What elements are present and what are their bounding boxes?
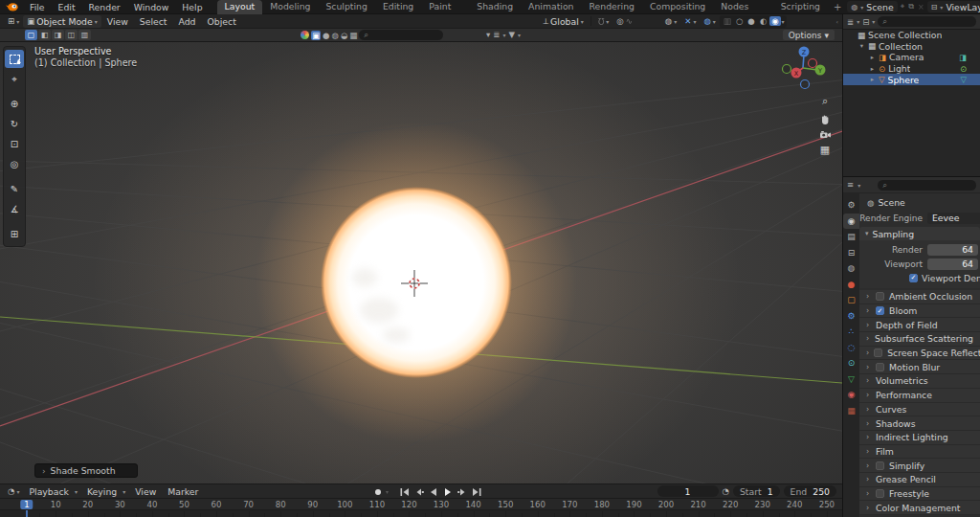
properties-tab-view-layer[interactable]: ⊟ [843,245,859,261]
tool-transform[interactable]: ◎ [5,155,24,173]
tool-rotate[interactable]: ↻ [5,115,24,133]
toggle-xray-icon[interactable]: ▥ [722,16,733,26]
sampling-viewport-value[interactable]: 64 [927,258,978,270]
tab-layout[interactable]: Layout [217,0,263,14]
tab-compositing[interactable]: Compositing [642,0,713,14]
toggle-projection-button[interactable]: ▦ [816,141,834,158]
tab-shading[interactable]: Shading [469,0,521,14]
material-ball-icon[interactable] [301,31,309,39]
shading-wireframe-icon[interactable]: ○ [734,16,745,26]
freestyle-checkbox[interactable] [876,489,884,498]
ball-icon-1[interactable]: ● [323,31,329,40]
timeline-menu-marker[interactable]: Marker [162,486,204,497]
properties-tab-world[interactable]: ● [843,277,859,293]
dropdown-icon[interactable]: ▾ [486,30,490,39]
tab-modeling[interactable]: Modeling [262,0,318,14]
jump-to-start-button[interactable] [398,486,411,497]
tab-rendering[interactable]: Rendering [582,0,642,14]
header-search[interactable]: ⌕ [359,30,443,40]
properties-tab-material[interactable]: ◉ [843,387,859,403]
play-reverse-button[interactable] [427,486,439,497]
timeline-menu-keying[interactable]: Keying [81,486,122,497]
section-performance[interactable]: ›Performance [859,389,980,403]
collapse-icon[interactable]: ▸ [869,65,876,73]
properties-tab-particles[interactable]: ∴ [843,324,859,340]
properties-tab-physics[interactable]: ◌ [843,340,859,356]
tool-select-box[interactable] [5,50,24,68]
navigation-gizmo[interactable]: Z Y X [771,44,833,94]
simplify-checkbox[interactable] [876,461,884,470]
section-simplify[interactable]: ›Simplify [859,459,980,473]
play-button[interactable] [441,486,454,497]
tool-cursor[interactable]: ⌖ [5,70,24,88]
tool-annotate[interactable]: ✎ [5,180,24,198]
end-frame-field[interactable]: End 250 [784,485,836,497]
screen-space-reflections-checkbox[interactable] [874,348,882,357]
properties-tab-constraints[interactable]: ⊙ [843,355,859,371]
outliner-row-camera[interactable]: ▸◨Camera◨ [843,52,980,63]
auto-key-button[interactable] [371,486,384,497]
section-freestyle[interactable]: ›Freestyle [859,487,980,502]
overlays-toggle[interactable]: ✕ ▾ [680,15,700,28]
collapse-icon[interactable]: ‹ [836,18,838,25]
proportional-edit-toggle[interactable]: ◎ ∿ [612,15,636,28]
timeline-menu-view[interactable]: View [129,486,162,497]
menu-help[interactable]: Help [175,0,209,14]
viewport-menu-add[interactable]: Add [173,16,202,27]
section-motion-blur[interactable]: ›Motion Blur [859,360,980,374]
tool-add-cube[interactable]: ⊞ [5,225,24,243]
timeline-editor-type-button[interactable]: ◔ ▾ [4,485,23,498]
properties-tab-object[interactable]: ▢ [843,292,859,308]
expand-icon[interactable]: ▾ [858,42,865,50]
section-indirect-lighting[interactable]: ›Indirect Lighting [859,431,980,445]
outliner-search[interactable]: ⌕ [878,16,976,27]
section-film[interactable]: ›Film [859,445,980,460]
xray-popover[interactable]: ◍ ▾ [700,15,719,28]
select-mode-0[interactable]: ▢ [25,30,37,40]
motion-blur-checkbox[interactable] [876,363,884,371]
viewport-menu-select[interactable]: Select [134,16,173,27]
slot-icon[interactable]: ▣ [311,31,321,40]
properties-tab-modifiers[interactable]: ⚙ [843,308,859,325]
jump-to-end-button[interactable] [470,486,482,497]
properties-editor-type-icon[interactable]: ≡ [847,180,854,190]
tab-animation[interactable]: Animation [521,0,581,14]
zoom-button[interactable]: ⌕ [816,92,834,109]
properties-tab-render[interactable]: ◉ [843,214,859,230]
bloom-checkbox[interactable]: ✓ [876,306,884,315]
axis-neg-x-ball[interactable] [809,59,817,68]
section-bloom[interactable]: ›✓Bloom [859,304,980,319]
emissive-sphere[interactable] [321,187,512,378]
new-scene-icon[interactable]: ⧉ [907,2,915,11]
section-volumetrics[interactable]: ›Volumetrics [859,374,980,389]
outliner-filter-icon[interactable]: ⊟ [862,17,869,27]
tab-sculpting[interactable]: Sculpting [318,0,374,14]
shading-rendered-icon[interactable]: ◉ [769,16,780,26]
timeline-ruler[interactable]: 1102030405060708090100110120130140150160… [0,498,842,517]
timeline-menu-playback[interactable]: Playback [23,486,74,497]
properties-tab-tool[interactable]: ⚙ [843,197,859,214]
properties-search[interactable]: ⌕ [878,180,976,191]
scene-selector[interactable]: ◍ ▾ Scene [847,1,897,12]
header-search-input[interactable] [371,31,438,40]
display-mode-icon[interactable]: ≣ [493,30,500,39]
outliner-display-mode-icon[interactable]: ≣ [847,17,854,27]
start-frame-field[interactable]: Start 1 [733,485,780,497]
tool-measure[interactable]: ∡ [5,200,24,218]
current-frame-field[interactable]: 1 [657,485,719,497]
outliner-row-scene-collection[interactable]: ▦Scene Collection [843,30,980,41]
ball-icon-2[interactable]: ◍ [331,31,338,40]
section-screen-space-reflections[interactable]: ›Screen Space Reflections [859,347,980,361]
properties-tab-texture[interactable]: ▦ [843,403,859,419]
section-ambient-occlusion[interactable]: ›Ambient Occlusion [859,290,980,304]
tab-scripting[interactable]: Scripting [773,0,828,14]
menu-edit[interactable]: Edit [52,0,82,14]
delete-scene-icon[interactable]: × [917,3,925,11]
3d-viewport[interactable]: User Perspective (1) Collection | Sphere… [0,42,842,483]
viewport-denoising-checkbox[interactable]: ✓ [909,274,918,282]
operator-panel[interactable]: › Shade Smooth [34,463,138,478]
sampling-section-header[interactable]: ▾ Sampling [859,227,980,240]
ambient-occlusion-checkbox[interactable] [876,292,884,301]
filter-funnel-icon[interactable]: ▼ [508,30,515,39]
sampling-render-value[interactable]: 64 [927,244,978,256]
